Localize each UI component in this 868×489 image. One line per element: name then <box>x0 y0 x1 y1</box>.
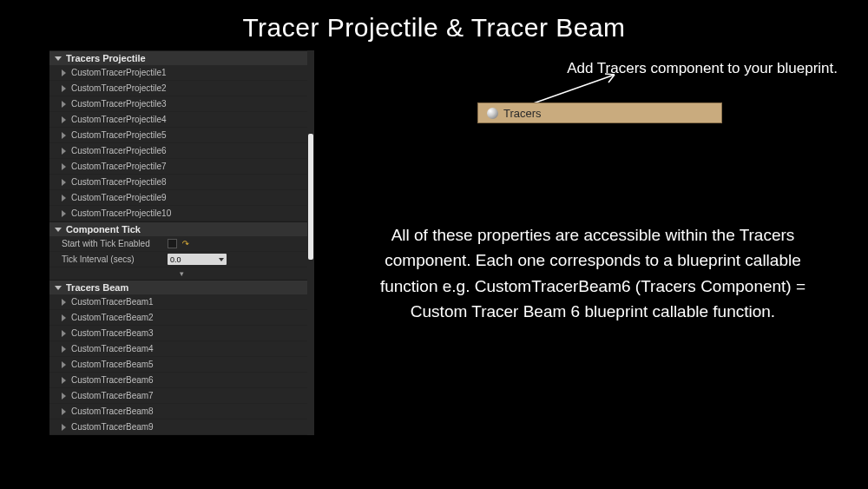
property-label: CustomTracerBeam1 <box>71 297 309 307</box>
body-paragraph: All of these properties are accessible w… <box>358 222 827 325</box>
chevron-right-icon <box>62 330 66 337</box>
expand-more-icon[interactable]: ▾ <box>49 268 314 280</box>
property-label: CustomTracerProjectile6 <box>71 146 309 155</box>
property-label: CustomTracerBeam2 <box>71 313 309 322</box>
chevron-right-icon <box>62 179 66 186</box>
property-label: CustomTracerProjectile10 <box>71 208 309 218</box>
property-label: CustomTracerBeam5 <box>71 360 309 369</box>
property-label: CustomTracerProjectile2 <box>71 83 309 93</box>
category-tracers-beam[interactable]: Tracers Beam <box>49 280 314 294</box>
property-label: CustomTracerProjectile7 <box>71 162 309 171</box>
chevron-down-icon <box>55 286 62 290</box>
property-row[interactable]: CustomTracerBeam4 <box>49 341 314 357</box>
property-label: Start with Tick Enabled <box>62 239 168 248</box>
chevron-right-icon <box>62 210 66 217</box>
beam-property-list: CustomTracerBeam1CustomTracerBeam2Custom… <box>49 294 314 435</box>
chevron-right-icon <box>62 85 66 92</box>
page-title: Tracer Projectile & Tracer Beam <box>0 13 868 43</box>
tick-interval-value: 0.0 <box>170 255 181 264</box>
callout-text: Add Tracers component to your blueprint. <box>567 59 838 79</box>
revert-icon[interactable]: ↶ <box>182 239 189 248</box>
property-row[interactable]: CustomTracerProjectile7 <box>49 159 314 175</box>
chevron-right-icon <box>62 69 66 76</box>
property-row[interactable]: CustomTracerProjectile3 <box>49 96 314 112</box>
scrollbar-thumb[interactable] <box>308 134 313 260</box>
property-label: CustomTracerBeam8 <box>71 406 309 416</box>
chevron-down-icon <box>55 56 62 61</box>
property-label: CustomTracerBeam9 <box>71 422 309 432</box>
chevron-right-icon <box>62 132 66 139</box>
spinner-arrow-icon <box>219 258 224 261</box>
chevron-right-icon <box>62 408 66 415</box>
chevron-right-icon <box>62 299 66 306</box>
property-row[interactable]: CustomTracerProjectile8 <box>49 175 314 190</box>
chevron-down-icon <box>55 228 62 232</box>
property-row[interactable]: CustomTracerBeam9 <box>49 420 314 435</box>
property-label: CustomTracerBeam6 <box>71 375 309 385</box>
property-row[interactable]: CustomTracerBeam8 <box>49 404 314 420</box>
property-label: CustomTracerProjectile8 <box>71 177 309 187</box>
property-row[interactable]: CustomTracerBeam3 <box>49 326 314 341</box>
property-label: CustomTracerProjectile1 <box>71 68 309 77</box>
property-label: CustomTracerBeam3 <box>71 328 309 338</box>
chevron-right-icon <box>62 393 66 400</box>
property-row[interactable]: CustomTracerProjectile9 <box>49 190 314 206</box>
property-row[interactable]: CustomTracerProjectile6 <box>49 143 314 159</box>
chevron-right-icon <box>62 116 66 123</box>
property-label: CustomTracerBeam7 <box>71 391 309 400</box>
category-label: Component Tick <box>66 224 141 235</box>
property-row[interactable]: CustomTracerProjectile1 <box>49 65 314 81</box>
property-row[interactable]: CustomTracerProjectile2 <box>49 81 314 96</box>
property-label: Tick Interval (secs) <box>62 254 168 264</box>
property-label: CustomTracerBeam4 <box>71 344 309 354</box>
property-row[interactable]: CustomTracerBeam5 <box>49 357 314 373</box>
component-chip-label: Tracers <box>503 107 542 120</box>
property-label: CustomTracerProjectile9 <box>71 193 309 202</box>
chevron-right-icon <box>62 361 66 368</box>
chevron-right-icon <box>62 314 66 321</box>
tracers-component-chip[interactable]: Tracers <box>478 103 721 122</box>
category-component-tick[interactable]: Component Tick <box>49 221 314 236</box>
category-label: Tracers Beam <box>66 282 128 293</box>
property-label: CustomTracerProjectile3 <box>71 99 309 109</box>
chevron-right-icon <box>62 101 66 108</box>
property-row[interactable]: CustomTracerBeam7 <box>49 388 314 404</box>
chevron-right-icon <box>62 148 66 155</box>
chevron-right-icon <box>62 163 66 170</box>
category-tracers-projectile[interactable]: Tracers Projectile <box>49 50 314 65</box>
property-start-with-tick-enabled: Start with Tick Enabled ↶ <box>49 236 314 252</box>
chevron-right-icon <box>62 346 66 353</box>
property-row[interactable]: CustomTracerProjectile10 <box>49 206 314 221</box>
scrollbar[interactable] <box>307 50 314 435</box>
projectile-property-list: CustomTracerProjectile1CustomTracerProje… <box>49 65 314 221</box>
property-row[interactable]: CustomTracerProjectile5 <box>49 128 314 143</box>
chevron-right-icon <box>62 377 66 384</box>
checkbox-start-tick[interactable] <box>168 239 177 248</box>
details-panel: Tracers Projectile CustomTracerProjectil… <box>49 50 314 435</box>
property-label: CustomTracerProjectile4 <box>71 115 309 124</box>
property-tick-interval: Tick Interval (secs) 0.0 <box>49 252 314 268</box>
property-row[interactable]: CustomTracerBeam2 <box>49 310 314 326</box>
property-row[interactable]: CustomTracerBeam1 <box>49 294 314 310</box>
category-label: Tracers Projectile <box>66 53 146 63</box>
chevron-right-icon <box>62 424 66 431</box>
property-row[interactable]: CustomTracerProjectile4 <box>49 112 314 128</box>
tick-interval-input[interactable]: 0.0 <box>168 254 227 265</box>
property-row[interactable]: CustomTracerBeam6 <box>49 373 314 388</box>
chevron-right-icon <box>62 195 66 202</box>
component-icon <box>487 108 498 119</box>
property-label: CustomTracerProjectile5 <box>71 130 309 140</box>
